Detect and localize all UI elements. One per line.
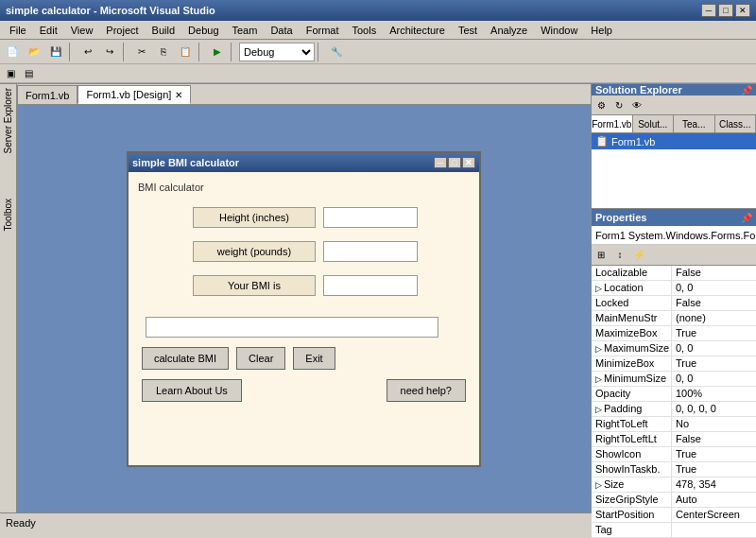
prop-locked[interactable]: Locked False — [592, 296, 756, 311]
sep5 — [318, 43, 323, 61]
menu-window[interactable]: Window — [535, 23, 583, 38]
prop-showicon[interactable]: ShowIcon True — [592, 447, 756, 462]
prop-name-tag: Tag — [592, 523, 672, 537]
form-maximize-btn[interactable]: □ — [448, 157, 461, 168]
prop-righttoleft[interactable]: RightToLeft No — [592, 417, 756, 432]
prop-minimumsize[interactable]: ▷MinimumSize 0, 0 — [592, 372, 756, 387]
exit-button[interactable]: Exit — [293, 347, 335, 370]
maximize-button[interactable]: □ — [718, 4, 733, 17]
prop-maximumsize[interactable]: ▷MaximumSize 0, 0 — [592, 341, 756, 356]
menu-build[interactable]: Build — [146, 23, 180, 38]
form-minimize-btn[interactable]: ─ — [434, 157, 447, 168]
prop-tag[interactable]: Tag — [592, 523, 756, 538]
props-sort-category-btn[interactable]: ⊞ — [593, 247, 610, 264]
se-tab-form1[interactable]: Form1.vb — [592, 115, 633, 132]
se-tab-class[interactable]: Class... — [715, 115, 757, 132]
prop-name-righttoleft: RightToLeft — [592, 417, 672, 431]
paste-btn[interactable]: 📋 — [175, 42, 196, 62]
props-sort-alpha-btn[interactable]: ↕ — [611, 247, 628, 264]
se-tab-tea[interactable]: Tea... — [674, 115, 715, 132]
close-button[interactable]: ✕ — [735, 4, 750, 17]
menu-analyze[interactable]: Analyze — [485, 23, 533, 38]
height-input[interactable] — [323, 207, 418, 228]
menu-debug[interactable]: Debug — [182, 23, 224, 38]
prop-startposition[interactable]: StartPosition CenterScreen — [592, 508, 756, 523]
sep2 — [123, 43, 129, 61]
form-close-btn[interactable]: ✕ — [462, 157, 475, 168]
prop-location[interactable]: ▷Location 0, 0 — [592, 281, 756, 296]
se-tab-solution[interactable]: Solut... — [633, 115, 675, 132]
designer-canvas[interactable]: simple BMI calculator ─ □ ✕ BMI calculat… — [17, 105, 591, 512]
cut-btn[interactable]: ✂ — [131, 42, 152, 62]
properties-table: Localizable False ▷Location 0, 0 Locked … — [592, 266, 756, 538]
tree-item-form1[interactable]: 📋 Form1.vb — [592, 133, 756, 149]
need-help-button[interactable]: need help? — [387, 379, 466, 402]
prop-localizable[interactable]: Localizable False — [592, 266, 756, 281]
save-btn[interactable]: 💾 — [45, 42, 66, 62]
prop-mainmenu[interactable]: MainMenuStr (none) — [592, 311, 756, 326]
prop-value-startposition: CenterScreen — [672, 508, 756, 522]
prop-value-padding: 0, 0, 0, 0 — [672, 402, 756, 416]
extra-input[interactable] — [146, 317, 438, 338]
designed-form-window: simple BMI calculator ─ □ ✕ BMI calculat… — [127, 151, 481, 467]
toolbar-row-2: ▣ ▤ — [0, 64, 756, 83]
copy-btn[interactable]: ⎘ — [153, 42, 174, 62]
prop-righttoleftlt[interactable]: RightToLeftLt False — [592, 432, 756, 447]
se-properties-btn[interactable]: ⚙ — [593, 96, 610, 113]
menu-project[interactable]: Project — [100, 23, 144, 38]
props-events-btn[interactable]: ⚡ — [630, 247, 647, 264]
props-pin-icon[interactable]: 📌 — [741, 213, 752, 223]
prop-value-localizable: False — [672, 266, 756, 280]
attach-btn[interactable]: 🔧 — [326, 42, 347, 62]
clear-button[interactable]: Clear — [236, 347, 285, 370]
redo-btn[interactable]: ↪ — [99, 42, 120, 62]
menu-data[interactable]: Data — [265, 23, 298, 38]
se-refresh-btn[interactable]: ↻ — [610, 96, 627, 113]
menu-edit[interactable]: Edit — [34, 23, 63, 38]
new-project-btn[interactable]: 📄 — [2, 42, 23, 62]
prop-size[interactable]: ▷Size 478, 354 — [592, 477, 756, 493]
tab-label-form1: Form1.vb — [26, 90, 69, 101]
learn-about-us-button[interactable]: Learn About Us — [142, 379, 242, 402]
bmi-label-btn: Your BMI is — [193, 275, 316, 296]
debug-mode-dropdown[interactable]: Debug Release — [239, 43, 315, 61]
menu-test[interactable]: Test — [453, 23, 483, 38]
pin-icon[interactable]: 📌 — [741, 85, 752, 95]
prop-minimizebox[interactable]: MinimizeBox True — [592, 356, 756, 372]
prop-maximizebox[interactable]: MaximizeBox True — [592, 326, 756, 341]
height-label-btn: Height (inches) — [193, 207, 316, 228]
tab-form1-vb[interactable]: Form1.vb — [17, 85, 77, 104]
run-btn[interactable]: ▶ — [207, 42, 228, 62]
weight-input[interactable] — [323, 241, 418, 262]
bmi-result-input[interactable] — [323, 275, 418, 296]
menu-team[interactable]: Team — [227, 23, 264, 38]
se-toolbar: ⚙ ↻ 👁 — [592, 95, 756, 115]
menu-format[interactable]: Format — [301, 23, 345, 38]
prop-name-padding: ▷Padding — [592, 402, 672, 416]
prop-showintaskb[interactable]: ShowInTaskb. True — [592, 462, 756, 477]
prop-name-maximumsize: ▷MaximumSize — [592, 341, 672, 356]
undo-btn[interactable]: ↩ — [77, 42, 98, 62]
prop-padding[interactable]: ▷Padding 0, 0, 0, 0 — [592, 402, 756, 417]
tb2-btn1[interactable]: ▣ — [2, 66, 19, 81]
properties-title: Properties — [595, 212, 646, 223]
menu-help[interactable]: Help — [585, 23, 618, 38]
prop-sizegripstyle[interactable]: SizeGripStyle Auto — [592, 493, 756, 508]
prop-value-locked: False — [672, 296, 756, 310]
open-btn[interactable]: 📂 — [24, 42, 44, 62]
prop-opacity[interactable]: Opacity 100% — [592, 387, 756, 402]
toolbox-tab[interactable]: Toolbox — [1, 195, 15, 234]
minimize-button[interactable]: ─ — [701, 4, 716, 17]
tab-close-icon[interactable]: ✕ — [175, 90, 182, 100]
menu-architecture[interactable]: Architecture — [384, 23, 451, 38]
menu-tools[interactable]: Tools — [347, 23, 383, 38]
tb2-btn2[interactable]: ▤ — [20, 66, 37, 81]
tab-form1-design[interactable]: Form1.vb [Design] ✕ — [77, 85, 191, 104]
weight-row: weight (pounds) — [138, 241, 470, 262]
menu-file[interactable]: File — [4, 23, 32, 38]
solution-tree: 📋 Form1.vb — [592, 133, 756, 209]
se-show-all-btn[interactable]: 👁 — [628, 96, 645, 113]
server-explorer-tab[interactable]: Server Explorer — [1, 84, 15, 157]
menu-view[interactable]: View — [65, 23, 99, 38]
calculate-bmi-button[interactable]: calculate BMI — [142, 347, 229, 370]
